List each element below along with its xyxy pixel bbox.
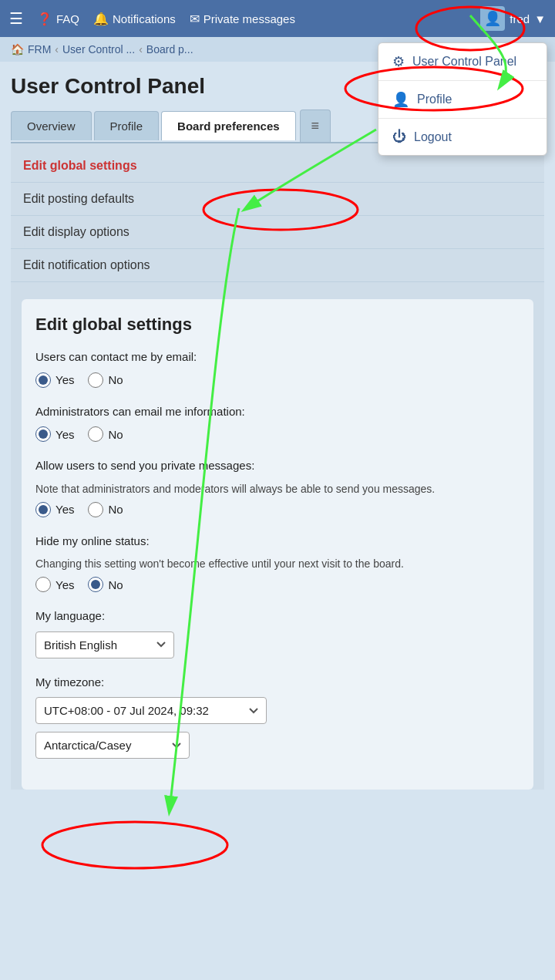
user-dropdown-menu: ⚙ User Control Panel 👤 Profile ⏻ Logout <box>378 42 547 156</box>
radio-online-yes[interactable]: Yes <box>35 577 74 592</box>
bell-icon: 🔔 <box>93 12 109 26</box>
content-title: Edit global settings <box>35 315 520 335</box>
radio-group-online: Yes No <box>35 577 520 592</box>
field-contact-by-email: Users can contact me by email: Yes No <box>35 349 520 388</box>
hamburger-icon[interactable]: ☰ <box>9 9 23 28</box>
field-label-admin-email: Administrators can email me information: <box>35 403 520 421</box>
radio-pm-yes-input[interactable] <box>35 502 51 517</box>
dropdown-logout-label: Logout <box>414 130 452 144</box>
breadcrumb-current: Board p... <box>146 43 193 56</box>
tab-board-preferences[interactable]: Board preferences <box>161 111 296 140</box>
sidebar-item-posting-defaults[interactable]: Edit posting defaults <box>11 183 544 216</box>
radio-email-yes[interactable]: Yes <box>35 372 74 388</box>
private-messages-nav-item[interactable]: ✉ Private messages <box>190 12 295 26</box>
top-navigation: ☰ ❓ FAQ 🔔 Notifications ✉ Private messag… <box>0 0 555 37</box>
dropdown-logout-item[interactable]: ⏻ Logout <box>378 119 547 155</box>
radio-pm-no-input[interactable] <box>88 502 103 517</box>
radio-admin-email-yes[interactable]: Yes <box>35 426 74 442</box>
main-area: Edit global settings Edit posting defaul… <box>11 142 544 790</box>
field-language: My language: British English American En… <box>35 608 520 658</box>
radio-admin-email-no[interactable]: No <box>88 426 123 442</box>
radio-email-no[interactable]: No <box>88 372 123 388</box>
envelope-icon: ✉ <box>190 12 200 26</box>
dropdown-ucp-label: User Control Panel <box>412 55 516 69</box>
username-label: fred <box>510 12 530 25</box>
tab-more-icon[interactable]: ≡ <box>300 109 331 142</box>
avatar: 👤 <box>480 6 505 31</box>
timezone-select[interactable]: UTC+08:00 - 07 Jul 2024, 09:32 <box>35 697 267 724</box>
breadcrumb-sep2: ‹ <box>139 43 143 56</box>
radio-email-yes-input[interactable] <box>35 372 51 388</box>
radio-admin-email-yes-input[interactable] <box>35 426 51 442</box>
radio-group-admin-email: Yes No <box>35 426 520 442</box>
help-icon: ❓ <box>37 12 52 26</box>
field-admin-email: Administrators can email me information:… <box>35 403 520 443</box>
field-online-status: Hide my online status: Changing this set… <box>35 533 520 593</box>
dropdown-ucp-item[interactable]: ⚙ User Control Panel <box>378 43 547 81</box>
dropdown-arrow-icon: ▼ <box>534 12 546 25</box>
private-messages-label: Private messages <box>204 12 295 25</box>
sidebar-item-notification-options[interactable]: Edit notification options <box>11 249 544 282</box>
field-label-online: Hide my online status: <box>35 533 520 551</box>
power-icon: ⏻ <box>392 129 406 145</box>
radio-group-pm: Yes No <box>35 502 520 517</box>
settings-icon: ⚙ <box>392 53 405 70</box>
field-private-messages: Allow users to send you private messages… <box>35 457 520 517</box>
radio-pm-no[interactable]: No <box>88 502 123 517</box>
breadcrumb-home-icon: 🏠 <box>11 43 24 56</box>
timezone-label: My timezone: <box>35 674 520 692</box>
radio-admin-email-no-input[interactable] <box>88 426 103 442</box>
region-select[interactable]: Antarctica/Casey <box>35 732 190 759</box>
tab-overview[interactable]: Overview <box>11 111 92 140</box>
field-note-online: Changing this setting won't become effec… <box>35 556 520 572</box>
profile-person-icon: 👤 <box>392 91 409 108</box>
faq-label: FAQ <box>56 12 79 25</box>
user-menu-trigger[interactable]: 👤 fred ▼ <box>480 6 546 31</box>
radio-online-no[interactable]: No <box>88 577 123 592</box>
radio-email-no-input[interactable] <box>88 372 103 388</box>
sidebar-item-display-options[interactable]: Edit display options <box>11 216 544 249</box>
svg-point-3 <box>42 822 227 868</box>
language-label: My language: <box>35 608 520 625</box>
field-label-email: Users can contact me by email: <box>35 349 520 366</box>
notifications-label: Notifications <box>113 12 176 25</box>
language-select[interactable]: British English American English <box>35 631 174 658</box>
dropdown-profile-item[interactable]: 👤 Profile <box>378 81 547 119</box>
radio-pm-yes[interactable]: Yes <box>35 502 74 517</box>
field-label-pm: Allow users to send you private messages… <box>35 457 520 475</box>
radio-online-no-input[interactable] <box>88 577 103 592</box>
field-timezone: My timezone: UTC+08:00 - 07 Jul 2024, 09… <box>35 674 520 759</box>
dropdown-profile-label: Profile <box>417 93 452 106</box>
page-content: User Control Panel Overview Profile Boar… <box>0 62 555 813</box>
sidebar-menu: Edit global settings Edit posting defaul… <box>11 143 544 288</box>
field-note-pm: Note that administrators and moderators … <box>35 481 520 497</box>
faq-nav-item[interactable]: ❓ FAQ <box>37 12 79 26</box>
notifications-nav-item[interactable]: 🔔 Notifications <box>93 12 176 26</box>
breadcrumb-home-link[interactable]: FRM <box>28 43 51 56</box>
content-panel: Edit global settings Users can contact m… <box>22 299 533 790</box>
breadcrumb-sep1: ‹ <box>55 43 59 56</box>
breadcrumb-ucp-link[interactable]: User Control ... <box>62 43 135 56</box>
tab-profile[interactable]: Profile <box>94 111 160 140</box>
radio-online-yes-input[interactable] <box>35 577 51 592</box>
radio-group-email: Yes No <box>35 372 520 388</box>
